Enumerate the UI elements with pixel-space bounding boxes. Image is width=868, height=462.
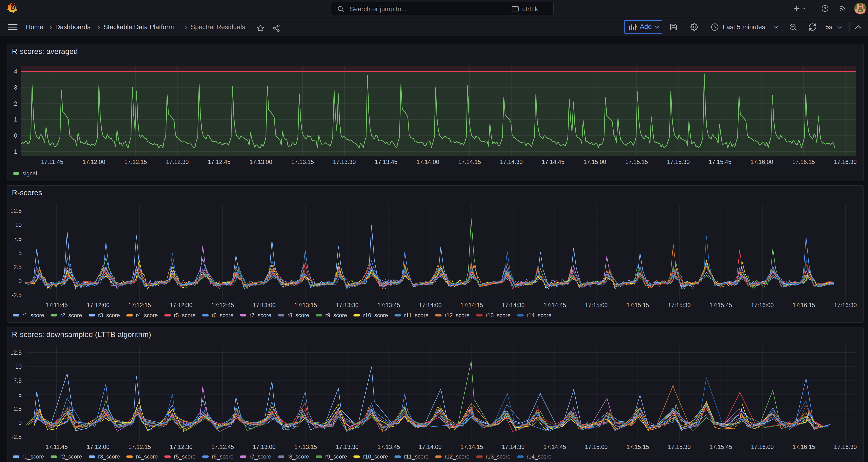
svg-text:17:13:45: 17:13:45: [377, 443, 400, 450]
svg-text:3: 3: [14, 84, 17, 91]
svg-text:17:12:15: 17:12:15: [124, 159, 147, 165]
svg-text:17:16:30: 17:16:30: [834, 443, 857, 450]
svg-text:1: 1: [14, 116, 17, 123]
svg-text:17:13:15: 17:13:15: [294, 302, 317, 308]
svg-text:2: 2: [14, 100, 17, 107]
svg-text:17:11:45: 17:11:45: [41, 159, 63, 165]
svg-text:17:12:30: 17:12:30: [170, 302, 192, 308]
svg-text:17:12:45: 17:12:45: [208, 159, 230, 165]
svg-text:17:15:30: 17:15:30: [667, 159, 690, 165]
svg-text:17:15:00: 17:15:00: [584, 159, 606, 165]
svg-text:17:13:00: 17:13:00: [253, 443, 276, 450]
svg-text:17:15:45: 17:15:45: [709, 159, 732, 165]
svg-text:5: 5: [19, 250, 22, 256]
svg-text:5: 5: [19, 392, 22, 398]
svg-text:17:14:00: 17:14:00: [416, 159, 439, 165]
svg-text:17:16:00: 17:16:00: [750, 159, 773, 165]
svg-text:17:12:00: 17:12:00: [87, 302, 110, 308]
svg-text:17:13:00: 17:13:00: [249, 159, 272, 165]
svg-text:17:13:30: 17:13:30: [333, 159, 355, 165]
svg-text:-2.5: -2.5: [12, 292, 22, 298]
svg-text:0: 0: [19, 278, 22, 284]
svg-text:17:13:00: 17:13:00: [253, 302, 276, 308]
svg-text:17:16:30: 17:16:30: [834, 302, 857, 308]
svg-text:17:13:15: 17:13:15: [294, 443, 317, 450]
svg-text:17:13:45: 17:13:45: [377, 302, 400, 308]
svg-text:17:15:30: 17:15:30: [668, 302, 690, 308]
svg-text:17:15:30: 17:15:30: [668, 443, 690, 450]
svg-text:17:15:00: 17:15:00: [585, 302, 608, 308]
svg-text:17:14:45: 17:14:45: [544, 443, 566, 450]
svg-text:17:14:45: 17:14:45: [544, 302, 566, 308]
svg-text:17:12:00: 17:12:00: [83, 159, 105, 165]
svg-text:17:13:45: 17:13:45: [375, 159, 397, 165]
svg-text:4: 4: [14, 68, 17, 74]
svg-text:17:14:00: 17:14:00: [419, 302, 441, 308]
svg-text:17:15:15: 17:15:15: [626, 302, 649, 308]
svg-text:0: 0: [19, 420, 22, 426]
svg-text:17:16:00: 17:16:00: [751, 302, 774, 308]
svg-text:17:16:15: 17:16:15: [793, 443, 815, 450]
svg-text:17:16:00: 17:16:00: [751, 443, 774, 450]
svg-text:0: 0: [14, 132, 17, 139]
svg-text:17:14:00: 17:14:00: [419, 443, 441, 450]
svg-text:17:12:30: 17:12:30: [170, 443, 192, 450]
svg-text:17:11:45: 17:11:45: [45, 302, 68, 308]
svg-text:17:13:30: 17:13:30: [336, 443, 359, 450]
svg-text:2.5: 2.5: [13, 264, 22, 270]
svg-text:7.5: 7.5: [13, 377, 22, 384]
svg-text:17:15:00: 17:15:00: [585, 443, 608, 450]
svg-text:17:14:15: 17:14:15: [461, 443, 483, 450]
svg-text:17:11:45: 17:11:45: [45, 443, 68, 450]
svg-text:17:13:15: 17:13:15: [291, 159, 314, 165]
svg-text:17:14:30: 17:14:30: [502, 443, 525, 450]
svg-text:17:16:30: 17:16:30: [834, 159, 857, 165]
svg-text:2.5: 2.5: [13, 406, 22, 412]
svg-text:17:13:30: 17:13:30: [336, 302, 359, 308]
svg-text:10: 10: [15, 221, 22, 228]
svg-text:17:15:45: 17:15:45: [709, 302, 732, 308]
svg-text:10: 10: [15, 363, 22, 370]
svg-text:17:14:15: 17:14:15: [458, 159, 481, 165]
svg-text:17:16:15: 17:16:15: [793, 302, 815, 308]
svg-text:17:15:15: 17:15:15: [625, 159, 648, 165]
svg-text:17:14:30: 17:14:30: [500, 159, 523, 165]
svg-text:17:15:15: 17:15:15: [626, 443, 649, 450]
svg-text:17:12:15: 17:12:15: [128, 302, 151, 308]
svg-text:17:14:45: 17:14:45: [542, 159, 564, 165]
svg-text:7.5: 7.5: [13, 236, 22, 242]
svg-text:17:14:30: 17:14:30: [502, 302, 525, 308]
svg-text:-1: -1: [12, 148, 17, 155]
svg-text:17:12:00: 17:12:00: [87, 443, 110, 450]
svg-text:12.5: 12.5: [10, 349, 22, 356]
svg-text:17:12:45: 17:12:45: [211, 302, 234, 308]
svg-text:17:15:45: 17:15:45: [709, 443, 732, 450]
svg-text:17:16:15: 17:16:15: [792, 159, 815, 165]
svg-text:-2.5: -2.5: [12, 434, 22, 440]
svg-text:17:12:45: 17:12:45: [211, 443, 234, 450]
svg-text:17:12:30: 17:12:30: [166, 159, 189, 165]
svg-text:12.5: 12.5: [10, 208, 22, 214]
svg-text:17:12:15: 17:12:15: [128, 443, 151, 450]
svg-text:17:14:15: 17:14:15: [461, 302, 483, 308]
